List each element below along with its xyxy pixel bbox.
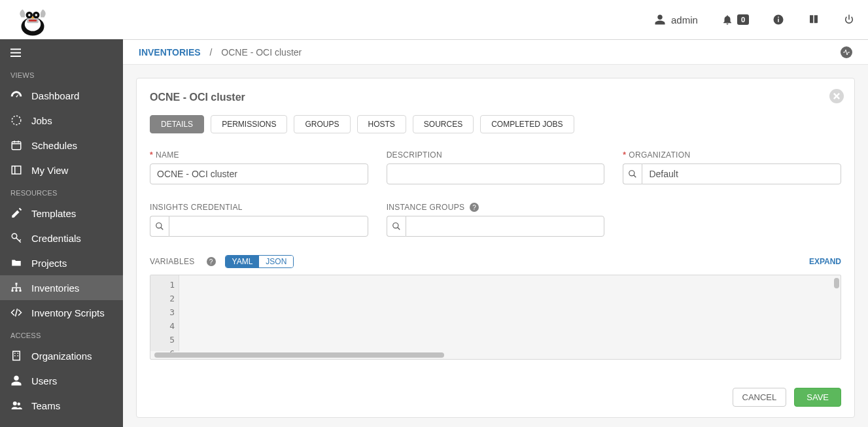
format-toggle: YAML JSON [225,255,294,268]
description-input[interactable] [387,163,605,184]
inventory-panel: OCNE - OCI cluster DETAILS PERMISSIONS G… [136,78,855,418]
save-button[interactable]: SAVE [794,388,841,407]
tab-completed-jobs[interactable]: COMPLETED JOBS [480,115,574,133]
panel-tabs: DETAILS PERMISSIONS GROUPS HOSTS SOURCES… [150,115,841,133]
sidebar-item-teams[interactable]: Teams [0,393,123,418]
user-icon [654,14,666,26]
tab-sources[interactable]: SOURCES [413,115,474,133]
panel-close-button[interactable] [829,89,844,103]
svg-rect-12 [10,48,21,50]
section-views: VIEWS [0,65,123,83]
panel-footer: CANCEL SAVE [733,388,841,407]
tab-permissions[interactable]: PERMISSIONS [211,115,287,133]
sidebar-item-inventory-scripts[interactable]: Inventory Scripts [0,300,123,325]
search-icon [155,222,164,231]
field-description: DESCRIPTION [387,150,605,184]
sidebar-label-users: Users [31,375,57,386]
app-logo [13,0,52,39]
docs-button[interactable] [808,14,820,26]
svg-rect-13 [10,52,21,54]
sidebar-item-dashboard[interactable]: Dashboard [0,83,123,108]
sitemap-icon [10,282,22,294]
vertical-scrollbar[interactable] [834,278,839,288]
section-resources: RESOURCES [0,182,123,201]
label-instance-groups: INSTANCE GROUPS ? [387,203,605,212]
tab-details[interactable]: DETAILS [150,115,204,133]
sidebar-label-templates: Templates [31,208,76,219]
sidebar-item-projects[interactable]: Projects [0,250,123,275]
sidebar-label-inventory-scripts: Inventory Scripts [31,307,105,318]
user-menu[interactable]: admin [654,14,698,26]
sidebar-item-myview[interactable]: My View [0,158,123,182]
tab-hosts[interactable]: HOSTS [357,115,406,133]
breadcrumb-root[interactable]: INVENTORIES [139,47,201,58]
svg-point-15 [12,116,21,125]
notifications[interactable]: 0 [721,14,749,26]
code-gutter: 1 2 3 4 5 6 [150,275,179,351]
building-icon [10,350,22,362]
breadcrumb-current: OCNE - OCI cluster [221,47,302,58]
label-name: *NAME [150,150,368,160]
toggle-yaml[interactable]: YAML [226,256,260,267]
organization-lookup-button[interactable] [623,163,642,184]
sidebar-item-jobs[interactable]: Jobs [0,108,123,133]
insights-lookup-button[interactable] [150,216,169,237]
instance-groups-input[interactable] [406,216,605,237]
organization-input[interactable] [642,163,841,184]
pencil-square-icon [10,207,22,219]
sidebar-item-credentials[interactable]: Credentials [0,226,123,250]
insights-input[interactable] [169,216,368,237]
sidebar-item-users[interactable]: Users [0,368,123,393]
svg-rect-14 [10,56,21,57]
label-insights: INSIGHTS CREDENTIAL [150,203,368,212]
main-area: INVENTORIES / OCNE - OCI cluster OCNE - … [123,39,868,427]
activity-stream-button[interactable] [841,46,852,58]
code-area[interactable] [179,275,834,351]
svg-rect-25 [16,283,18,285]
cancel-button[interactable]: CANCEL [733,388,787,407]
bell-icon [721,14,733,26]
activity-icon [842,48,850,56]
sidebar-label-schedules: Schedules [31,140,77,151]
instance-groups-lookup-button[interactable] [387,216,406,237]
topbar-right: admin 0 [654,14,855,26]
sidebar-label-jobs: Jobs [31,115,52,126]
logout-button[interactable] [843,14,855,26]
sidebar-label-inventories: Inventories [31,282,79,294]
svg-rect-29 [13,351,20,360]
svg-line-24 [20,239,21,241]
sidebar-toggle[interactable] [0,46,123,65]
field-instance-groups: INSTANCE GROUPS ? [387,203,605,237]
variables-row: VARIABLES ? YAML JSON EXPAND [150,255,841,268]
sidebar-label-dashboard: Dashboard [31,90,79,101]
label-variables: VARIABLES [150,257,195,266]
horizontal-scrollbar[interactable] [154,352,444,358]
close-icon [833,93,840,99]
jobs-icon [10,114,22,126]
label-description: DESCRIPTION [387,150,605,160]
tab-groups[interactable]: GROUPS [294,115,350,133]
svg-rect-11 [778,17,779,18]
svg-point-42 [392,223,398,228]
svg-rect-32 [14,355,16,356]
sidebar-item-schedules[interactable]: Schedules [0,133,123,158]
svg-rect-10 [778,19,779,22]
users-icon [10,400,22,411]
svg-line-39 [634,175,636,178]
svg-rect-16 [12,142,21,150]
svg-rect-26 [12,290,14,292]
sidebar-item-templates[interactable]: Templates [0,201,123,226]
variables-editor[interactable]: 1 2 3 4 5 6 [150,275,841,360]
about-button[interactable] [773,14,784,26]
svg-line-41 [161,228,164,230]
toggle-json[interactable]: JSON [259,256,293,267]
sidebar-item-inventories[interactable]: Inventories [0,275,123,300]
section-access: ACCESS [0,325,123,343]
expand-button[interactable]: EXPAND [809,257,841,266]
label-organization: *ORGANIZATION [623,150,841,160]
help-icon[interactable]: ? [207,257,216,266]
hamburger-icon [10,48,21,58]
sidebar-item-organizations[interactable]: Organizations [0,343,123,368]
help-icon[interactable]: ? [470,203,479,212]
name-input[interactable] [150,163,368,184]
